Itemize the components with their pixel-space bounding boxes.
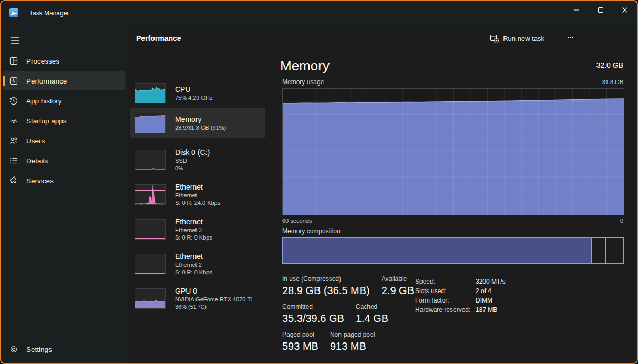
stat-label: Committed	[282, 303, 344, 311]
perf-item-title: GPU 0	[175, 287, 252, 296]
users-icon	[9, 137, 18, 145]
memory-total-capacity: 32.0 GB	[596, 61, 623, 69]
minimize-button[interactable]	[564, 1, 589, 19]
sidebar-item-label: Settings	[26, 346, 52, 353]
gpu-mini-chart	[135, 288, 166, 309]
stat-label: Paged pool	[282, 331, 318, 339]
sidebar-item-settings[interactable]: Settings	[3, 340, 125, 359]
sidebar-item-app-history[interactable]: App history	[3, 91, 125, 110]
ethernet-mini-chart	[135, 254, 166, 274]
memory-composition-bar	[282, 237, 624, 264]
cpu-mini-chart	[135, 83, 166, 103]
perf-item-subtitle: 0%	[175, 164, 210, 172]
sidebar-item-label: Details	[26, 157, 48, 165]
perf-item-subtitle: S: 0 R: 0 Kbps	[175, 234, 212, 241]
ethernet-mini-chart	[135, 219, 166, 240]
panel-header: Performance Run new task •••	[127, 27, 637, 49]
memory-usage-chart-label: Memory usage	[282, 78, 324, 86]
perf-item-title: Memory	[175, 115, 226, 124]
stat-value: 2.9 GB	[382, 284, 414, 297]
perf-item-subtitle: Ethernet	[175, 192, 220, 199]
startup-apps-icon	[9, 117, 18, 126]
sidebar-nav: Processes Performance App history Startu…	[1, 50, 127, 191]
perf-item-ethernet-3[interactable]: Ethernet Ethernet 3 S: 0 R: 0 Kbps	[130, 212, 265, 246]
hamburger-icon	[11, 37, 19, 44]
sidebar-item-services[interactable]: Services	[3, 171, 125, 190]
perf-item-title: Disk 0 (C:)	[175, 148, 210, 157]
memory-detail-title: Memory	[280, 58, 330, 74]
perf-item-subtitle: S: 0 R: 24.0 Kbps	[175, 199, 220, 206]
gear-icon	[9, 345, 18, 354]
sidebar-item-users[interactable]: Users	[3, 131, 125, 150]
memory-usage-chart	[282, 88, 624, 215]
app-history-icon	[9, 97, 18, 106]
more-options-button[interactable]: •••	[561, 30, 580, 46]
perf-item-ethernet-2[interactable]: Ethernet Ethernet 2 S: 0 R: 0 Kbps	[130, 246, 265, 281]
stat-committed: Committed 35.3/39.6 GB	[282, 303, 344, 325]
stat-paged-pool: Paged pool 593 MB	[282, 331, 318, 353]
composition-segment-1	[283, 238, 592, 263]
perf-item-subtitle: 75% 4.29 GHz	[175, 94, 213, 101]
info-slots-used: Slots used: 2 of 4	[415, 286, 506, 296]
run-new-task-icon	[490, 34, 499, 43]
info-value: 187 MB	[476, 305, 497, 315]
ellipsis-icon: •••	[568, 35, 574, 40]
info-value: 3200 MT/s	[476, 277, 506, 286]
perf-item-subtitle: 28.9/31.8 GB (91%)	[175, 124, 226, 131]
perf-item-memory[interactable]: Memory 28.9/31.8 GB (91%)	[130, 108, 265, 138]
perf-item-ethernet-1[interactable]: Ethernet Ethernet S: 0 R: 24.0 Kbps	[130, 177, 265, 212]
stat-value: 35.3/39.6 GB	[282, 312, 344, 325]
navigation-menu-button[interactable]	[6, 32, 25, 49]
sidebar-item-performance[interactable]: Performance	[3, 71, 125, 90]
info-hardware-reserved: Hardware reserved: 187 MB	[415, 305, 506, 315]
sidebar-item-processes[interactable]: Processes	[3, 51, 125, 70]
info-label: Form factor:	[415, 296, 476, 305]
performance-resource-list: CPU 75% 4.29 GHz Memory 28.9/31.8 GB (91…	[127, 49, 266, 363]
sidebar-item-label: Users	[26, 137, 45, 145]
stat-value: 593 MB	[282, 340, 318, 353]
sidebar-item-label: Services	[26, 177, 54, 185]
info-value: DIMM	[476, 296, 492, 305]
stat-value: 1.4 GB	[356, 312, 388, 325]
task-manager-window: Task Manager Processes	[0, 0, 638, 364]
processes-icon	[9, 57, 18, 66]
perf-item-cpu[interactable]: CPU 75% 4.29 GHz	[130, 78, 265, 108]
memory-stats: In use (Compressed) 28.9 GB (36.5 MB) Av…	[282, 275, 414, 353]
minimize-icon	[573, 7, 580, 13]
chart-scale-max: 31.8 GB	[602, 79, 623, 85]
stat-in-use: In use (Compressed) 28.9 GB (36.5 MB)	[282, 275, 370, 297]
perf-item-gpu[interactable]: GPU 0 NVIDIA GeForce RTX 4070 Ti 36% (51…	[130, 281, 265, 316]
close-button[interactable]	[613, 1, 637, 19]
services-icon	[9, 176, 18, 185]
sidebar-item-label: Processes	[26, 57, 59, 65]
perf-item-title: Ethernet	[175, 183, 220, 192]
perf-item-subtitle: SSD	[175, 157, 210, 164]
sidebar-item-details[interactable]: Details	[3, 151, 125, 170]
perf-item-title: Ethernet	[175, 217, 212, 226]
info-value: 2 of 4	[476, 286, 491, 296]
chart-time-axis-right: 0	[620, 217, 623, 224]
stat-available: Available 2.9 GB	[382, 275, 414, 297]
maximize-icon	[598, 7, 604, 13]
window-title: Task Manager	[29, 9, 69, 17]
info-form-factor: Form factor: DIMM	[415, 296, 506, 305]
stat-label: Non-paged pool	[330, 331, 375, 339]
maximize-button[interactable]	[589, 1, 613, 19]
perf-item-subtitle: Ethernet 2	[175, 261, 212, 268]
run-new-task-button[interactable]: Run new task	[485, 30, 550, 46]
stat-cached: Cached 1.4 GB	[356, 303, 388, 325]
composition-segment-3	[606, 238, 623, 263]
sidebar: Processes Performance App history Startu…	[1, 27, 127, 363]
disk-mini-chart	[135, 150, 166, 170]
perf-item-subtitle: S: 0 R: 0 Kbps	[175, 268, 212, 276]
ethernet-mini-chart	[135, 184, 166, 205]
chart-time-axis-left: 60 seconds	[282, 217, 312, 224]
sidebar-item-startup-apps[interactable]: Startup apps	[3, 111, 125, 130]
stat-value: 28.9 GB (36.5 MB)	[282, 284, 370, 297]
page-title: Performance	[136, 34, 181, 43]
stat-value: 913 MB	[330, 340, 375, 353]
task-manager-app-icon	[9, 8, 18, 17]
close-icon	[622, 7, 628, 13]
perf-item-disk[interactable]: Disk 0 (C:) SSD 0%	[130, 142, 265, 177]
sidebar-item-label: Startup apps	[26, 117, 67, 125]
